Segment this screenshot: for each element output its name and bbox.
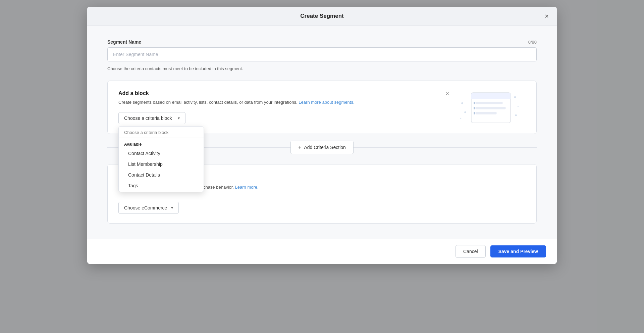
criteria-block-dropdown-label: Choose a criteria block bbox=[124, 115, 172, 121]
char-count: 0/80 bbox=[528, 40, 537, 45]
segment-name-input[interactable] bbox=[107, 47, 537, 61]
svg-point-3 bbox=[514, 96, 516, 98]
modal-header: Create Segment × bbox=[87, 7, 557, 26]
block1-delete-button[interactable]: × bbox=[445, 90, 449, 97]
dropdown-item-contact-details[interactable]: Contact Details bbox=[119, 170, 204, 180]
modal-body: Segment Name 0/80 Choose the criteria co… bbox=[87, 26, 557, 264]
create-segment-modal: Create Segment × Segment Name 0/80 Choos… bbox=[87, 7, 557, 264]
ecommerce-chevron-down-icon: ▾ bbox=[171, 205, 173, 210]
criteria-description: Choose the criteria contacts must meet t… bbox=[107, 66, 537, 71]
segment-name-label: Segment Name bbox=[107, 39, 141, 45]
block1-learn-more-link[interactable]: Learn more about segments. bbox=[299, 100, 354, 105]
segment-name-row: Segment Name 0/80 bbox=[107, 39, 537, 45]
criteria-block-dropdown-menu: Choose a criteria block Available Contac… bbox=[118, 126, 204, 192]
cancel-button[interactable]: Cancel bbox=[455, 245, 486, 258]
svg-point-0 bbox=[461, 102, 463, 104]
dropdown-item-tags[interactable]: Tags bbox=[119, 180, 204, 191]
svg-rect-9 bbox=[476, 102, 503, 104]
close-button[interactable]: × bbox=[543, 11, 550, 21]
criteria-block-dropdown-container: Choose a criteria block ▾ Choose a crite… bbox=[118, 112, 526, 124]
modal-overlay: Create Segment × Segment Name 0/80 Choos… bbox=[0, 0, 644, 333]
dropdown-item-contact-activity[interactable]: Contact Activity bbox=[119, 148, 204, 159]
dropdown-item-list-membership[interactable]: List Membership bbox=[119, 159, 204, 170]
svg-rect-8 bbox=[471, 97, 511, 99]
plus-icon: + bbox=[298, 144, 301, 150]
svg-point-4 bbox=[518, 106, 519, 107]
block1-desc-text: Create segments based on email activity,… bbox=[118, 100, 298, 105]
add-criteria-section-label: Add Criteria Section bbox=[304, 145, 346, 150]
criteria-block-dropdown[interactable]: Choose a criteria block ▾ bbox=[118, 112, 185, 124]
dropdown-menu-header: Choose a criteria block bbox=[119, 127, 204, 138]
ecommerce-dropdown[interactable]: Choose eCommerce ▾ bbox=[118, 202, 179, 214]
modal-footer: Cancel Save and Preview bbox=[87, 239, 557, 264]
save-preview-button[interactable]: Save and Preview bbox=[490, 245, 546, 257]
svg-rect-10 bbox=[476, 107, 506, 109]
add-criteria-section-button[interactable]: + Add Criteria Section bbox=[290, 141, 354, 154]
svg-rect-13 bbox=[474, 107, 475, 109]
modal-title: Create Segment bbox=[300, 13, 343, 19]
block-card-1: Add a block Create segments based on ema… bbox=[107, 81, 537, 134]
dropdown-available-label: Available bbox=[119, 140, 204, 148]
chevron-down-icon: ▾ bbox=[178, 116, 180, 121]
dropdown-menu-section: Available Contact Activity List Membersh… bbox=[119, 138, 204, 192]
block2-learn-more-link[interactable]: Learn more. bbox=[235, 185, 259, 190]
ecommerce-dropdown-label: Choose eCommerce bbox=[124, 205, 167, 210]
svg-rect-12 bbox=[474, 102, 475, 104]
